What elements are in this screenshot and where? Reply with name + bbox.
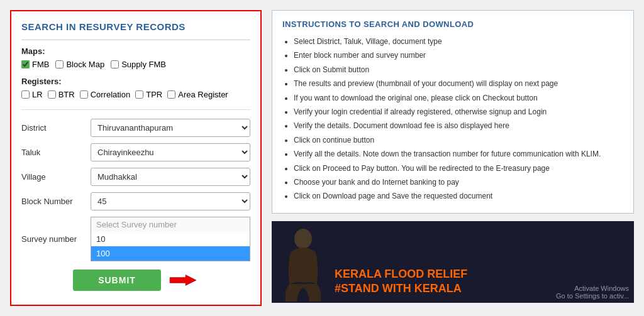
survey-dropdown-container: Select Survey number 10 100 [91, 217, 250, 261]
instruction-item: Click on continue button [294, 134, 623, 146]
survey-number-label: Survey number [21, 234, 91, 244]
taluk-row: Taluk Chirayinkeezhu [21, 143, 250, 161]
village-row: Village Mudhakkal [21, 168, 250, 186]
taluk-label: Taluk [21, 148, 91, 157]
village-label: Village [21, 172, 91, 182]
supply-fmb-label: Supply FMB [121, 60, 166, 69]
instruction-item: Choose your bank and do Internet banking… [294, 176, 623, 188]
survey-dropdown-header: Select Survey number [91, 217, 250, 232]
tpr-checkbox-label[interactable]: TPR [135, 90, 162, 99]
survey-dropdown[interactable]: Select Survey number 10 100 [91, 217, 250, 261]
instruction-item: Enter block number and survey number [294, 49, 623, 62]
kerala-flood-relief: KERALA FLOOD RELIEF #STAND WITH KERALA [335, 267, 467, 297]
btr-checkbox[interactable] [48, 90, 56, 99]
svg-marker-0 [170, 275, 196, 286]
instruction-item: Select District, Taluk, Village, documen… [294, 35, 623, 48]
instruction-item: Click on Proceed to Pay button. You will… [294, 162, 623, 175]
instruction-item: Verify all the details. Note down the tr… [294, 148, 623, 160]
panel-title: SEARCH IN RESURVEY RECORDS [21, 21, 250, 32]
correlation-label: Correlation [91, 90, 131, 99]
lr-checkbox-label[interactable]: LR [21, 90, 43, 99]
registers-row: LR BTR Correlation TPR Area Register [21, 90, 250, 99]
survey-item-100[interactable]: 100 [91, 246, 250, 261]
instruction-item: If you want to download the original one… [294, 92, 623, 104]
district-select[interactable]: Thiruvananthapuram [91, 119, 250, 137]
tpr-checkbox[interactable] [135, 90, 143, 99]
area-register-label: Area Register [178, 90, 228, 99]
instruction-item: Verify your login credential if already … [294, 106, 623, 118]
registers-label: Registers: [21, 77, 250, 86]
instruction-item: The results and preview (thumbnail of yo… [294, 77, 623, 90]
kerala-banner: KERALA FLOOD RELIEF #STAND WITH KERALA A… [272, 221, 634, 303]
survey-scroll[interactable]: 10 100 [91, 232, 250, 261]
block-number-row: Block Number 45 [21, 192, 250, 210]
watermark-line1: Activate Windows [556, 285, 629, 292]
correlation-checkbox[interactable] [80, 90, 88, 99]
watermark-line2: Go to Settings to activ... [556, 292, 629, 300]
correlation-checkbox-label[interactable]: Correlation [80, 90, 131, 99]
supply-fmb-checkbox[interactable] [111, 60, 119, 68]
district-label: District [21, 123, 91, 133]
village-select[interactable]: Mudhakkal [91, 168, 250, 186]
fmb-label: FMB [32, 60, 49, 69]
person-silhouette-icon [278, 227, 328, 303]
right-area: INSTRUCTIONS TO SEARCH AND DOWNLOAD Sele… [272, 10, 634, 306]
arrow-icon [167, 271, 199, 290]
fmb-checkbox-label[interactable]: FMB [21, 60, 49, 69]
btr-checkbox-label[interactable]: BTR [48, 90, 75, 99]
kerala-line2: #STAND WITH KERALA [335, 282, 462, 295]
area-register-checkbox[interactable] [167, 90, 175, 99]
block-map-checkbox-label[interactable]: Block Map [55, 60, 104, 69]
windows-watermark: Activate Windows Go to Settings to activ… [556, 285, 629, 300]
btr-label: BTR [58, 90, 75, 99]
block-map-checkbox[interactable] [55, 60, 64, 68]
fmb-checkbox[interactable] [21, 60, 30, 68]
lr-label: LR [32, 90, 43, 99]
block-number-label: Block Number [21, 197, 91, 206]
instructions-panel: INSTRUCTIONS TO SEARCH AND DOWNLOAD Sele… [272, 10, 634, 214]
block-number-select[interactable]: 45 [91, 192, 250, 210]
instruction-item: Verify the details. Document download fe… [294, 119, 623, 132]
block-map-label: Block Map [66, 60, 104, 69]
supply-fmb-checkbox-label[interactable]: Supply FMB [111, 60, 166, 69]
submit-button[interactable]: SUBMIT [73, 270, 161, 291]
submit-row: SUBMIT [21, 270, 250, 291]
instruction-item: Click on Download page and Save the requ… [294, 190, 623, 202]
search-panel: SEARCH IN RESURVEY RECORDS Maps: FMB Blo… [10, 10, 262, 306]
survey-item-10[interactable]: 10 [91, 232, 250, 246]
lr-checkbox[interactable] [21, 90, 30, 99]
area-register-checkbox-label[interactable]: Area Register [167, 90, 228, 99]
taluk-select[interactable]: Chirayinkeezhu [91, 143, 250, 161]
survey-number-row: Survey number Select Survey number 10 10… [21, 217, 250, 261]
instructions-title: INSTRUCTIONS TO SEARCH AND DOWNLOAD [282, 19, 623, 29]
district-row: District Thiruvananthapuram [21, 119, 250, 137]
kerala-line1: KERALA FLOOD RELIEF [335, 268, 467, 280]
kerala-text: KERALA FLOOD RELIEF #STAND WITH KERALA [335, 267, 467, 297]
instruction-item: Click on Submit button [294, 63, 623, 76]
maps-row: FMB Block Map Supply FMB [21, 60, 250, 69]
instructions-list: Select District, Taluk, Village, documen… [282, 35, 623, 203]
tpr-label: TPR [146, 90, 162, 99]
svg-point-1 [294, 229, 312, 249]
maps-label: Maps: [21, 46, 250, 56]
